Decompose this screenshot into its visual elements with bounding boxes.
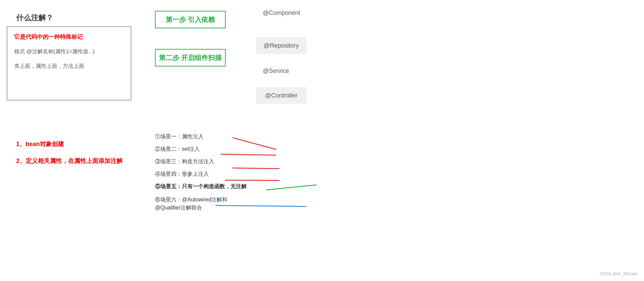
watermark: CSDN @Mr_Richard (600, 272, 637, 276)
scenario-4: ④场景四：形参上注入 (155, 171, 247, 178)
page-title: 什么注解？ (16, 13, 53, 23)
step2-box: 第二步 开启组件扫描 (155, 49, 226, 66)
scenario-5: ⑤场景五：只有一个构造函数，无注解 (155, 183, 247, 190)
def-line2: 格式 @注解名称(属性1=属性值...) (14, 48, 124, 55)
annotation-service: @Service (263, 67, 289, 75)
def-line1: 它是代码中的一种特殊标记 (14, 33, 124, 41)
def-line3: 类上面，属性上面，方法上面 (14, 63, 124, 70)
page-container: 什么注解？ 它是代码中的一种特殊标记 格式 @注解名称(属性1=属性值...) … (0, 0, 644, 281)
scenario-1: ①场景一：属性注入 (155, 133, 247, 140)
annotation-repository: @Repository (256, 37, 307, 54)
scenario-3: ③场景三：构造方法注入 (155, 158, 247, 165)
step1-box: 第一步 引入依赖 (155, 11, 226, 28)
annotation-component: @Component (263, 9, 300, 17)
define-title: 2、定义相关属性，在属性上面添加注解 (16, 157, 123, 165)
definition-box: 它是代码中的一种特殊标记 格式 @注解名称(属性1=属性值...) 类上面，属性… (7, 26, 131, 101)
annotation-controller: @Controller (256, 87, 307, 104)
svg-line-4 (266, 185, 317, 190)
bean-title: 1、bean对象创建 (16, 140, 64, 148)
scenarios-container: ①场景一：属性注入 ②场景二：set注入 ③场景三：构造方法注入 ④场景四：形参… (155, 133, 247, 217)
scenario-2: ②场景二：set注入 (155, 146, 247, 153)
scenario-6: ⑥场景六：@Autowired注解和@Qualifier注解联合 (155, 196, 247, 212)
